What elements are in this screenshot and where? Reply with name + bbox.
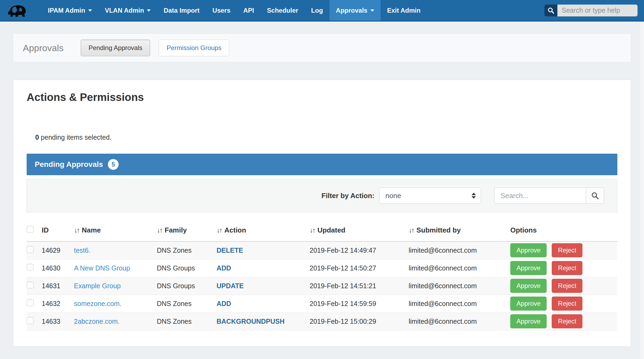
- row-updated: 2019-Feb-12 14:49:47: [310, 241, 409, 259]
- row-family: DNS Zones: [157, 312, 217, 330]
- row-id: 14631: [42, 277, 74, 295]
- nav-item-vlan-admin[interactable]: VLAN Admin: [98, 0, 157, 21]
- row-family: DNS Zones: [157, 241, 217, 259]
- reject-button[interactable]: Reject: [552, 314, 582, 328]
- row-family: DNS Groups: [157, 259, 217, 277]
- approvals-header-band: Approvals Pending Approvals Permission G…: [13, 33, 631, 62]
- pending-approvals-table: ID ↓↑Name ↓↑Family ↓↑Action ↓↑Updated ↓↑…: [27, 212, 617, 330]
- row-action: DELETE: [217, 247, 243, 254]
- row-id: 14632: [42, 295, 74, 312]
- row-checkbox[interactable]: [27, 299, 34, 306]
- reject-button[interactable]: Reject: [552, 279, 582, 293]
- pending-approvals-header: Pending Approvals 5: [27, 154, 617, 175]
- row-name-link[interactable]: Example Group: [74, 282, 121, 290]
- global-search-input[interactable]: [557, 5, 638, 16]
- row-submitted-by: limited@6connect.com: [409, 312, 510, 330]
- table-row: 14629 test6. DNS Zones DELETE 2019-Feb-1…: [27, 241, 617, 259]
- nav-item-scheduler[interactable]: Scheduler: [261, 0, 305, 21]
- row-submitted-by: limited@6connect.com: [409, 241, 510, 259]
- column-header-id: ID: [42, 212, 74, 241]
- approve-button[interactable]: Approve: [510, 279, 547, 293]
- column-header-family[interactable]: ↓↑Family: [157, 212, 217, 241]
- page-scrollbar[interactable]: [640, 22, 644, 359]
- row-family: DNS Groups: [157, 277, 217, 295]
- tab-pending-approvals[interactable]: Pending Approvals: [81, 40, 150, 56]
- row-id: 14630: [42, 259, 74, 277]
- selected-count: 0: [35, 133, 39, 141]
- column-header-submitted-by[interactable]: ↓↑Submitted by: [409, 212, 510, 241]
- nav-menu: IPAM Admin VLAN Admin Data Import Users …: [41, 0, 427, 21]
- tab-permission-groups[interactable]: Permission Groups: [159, 40, 229, 56]
- sort-icon: ↓↑: [157, 226, 162, 234]
- pending-approvals-title: Pending Approvals: [35, 160, 103, 169]
- global-search: [544, 5, 638, 16]
- nav-item-log[interactable]: Log: [305, 0, 330, 21]
- column-header-name[interactable]: ↓↑Name: [74, 212, 157, 241]
- row-action: UPDATE: [217, 282, 244, 290]
- row-checkbox[interactable]: [27, 264, 34, 271]
- row-name-link[interactable]: A New DNS Group: [74, 264, 130, 272]
- global-search-button[interactable]: [544, 5, 557, 16]
- row-updated: 2019-Feb-12 14:51:21: [310, 277, 409, 295]
- panel-title: Actions & Permissions: [27, 91, 617, 103]
- filter-action-select[interactable]: none: [379, 188, 481, 204]
- row-submitted-by: limited@6connect.com: [409, 277, 510, 295]
- column-header-action[interactable]: ↓↑Action: [217, 212, 310, 241]
- actions-permissions-panel: Actions & Permissions 0 pending items se…: [13, 80, 631, 347]
- row-checkbox[interactable]: [27, 246, 34, 253]
- filter-by-action-label: Filter by Action:: [321, 192, 374, 200]
- approve-button[interactable]: Approve: [510, 261, 547, 275]
- nav-item-api[interactable]: API: [237, 0, 261, 21]
- table-row: 14631 Example Group DNS Groups UPDATE 20…: [27, 277, 617, 295]
- row-action: ADD: [217, 264, 231, 272]
- select-spinner-icon: [472, 188, 476, 203]
- caret-down-icon: [147, 9, 151, 12]
- approvals-table-body: 14629 test6. DNS Zones DELETE 2019-Feb-1…: [27, 241, 617, 330]
- row-name-link[interactable]: test6.: [74, 247, 90, 254]
- table-search-input[interactable]: [494, 188, 586, 204]
- sort-icon: ↓↑: [310, 226, 315, 234]
- row-submitted-by: limited@6connect.com: [409, 259, 510, 277]
- row-updated: 2019-Feb-12 14:59:59: [310, 295, 409, 312]
- search-icon: [547, 7, 554, 14]
- row-id: 14633: [42, 312, 74, 330]
- table-row: 14630 A New DNS Group DNS Groups ADD 201…: [27, 259, 617, 277]
- nav-item-data-import[interactable]: Data Import: [157, 0, 206, 21]
- row-updated: 2019-Feb-12 15:00:29: [310, 312, 409, 330]
- sort-icon: ↓↑: [74, 226, 79, 234]
- top-navbar: IPAM Admin VLAN Admin Data Import Users …: [0, 0, 644, 22]
- nav-item-exit-admin[interactable]: Exit Admin: [381, 0, 427, 21]
- logo-rhino-icon[interactable]: [8, 3, 29, 18]
- row-submitted-by: limited@6connect.com: [409, 295, 510, 312]
- nav-item-users[interactable]: Users: [206, 0, 237, 21]
- row-id: 14629: [42, 241, 74, 259]
- search-icon: [591, 192, 599, 200]
- column-header-options: Options: [510, 212, 617, 241]
- row-family: DNS Zones: [157, 295, 217, 312]
- filter-toolbar: Filter by Action: none: [27, 179, 617, 212]
- sort-icon: ↓↑: [217, 226, 222, 234]
- row-checkbox[interactable]: [27, 317, 34, 324]
- approve-button[interactable]: Approve: [510, 243, 547, 257]
- row-action: ADD: [217, 300, 231, 307]
- row-name-link[interactable]: 2abczone.com.: [74, 318, 120, 325]
- sort-icon: ↓↑: [409, 226, 414, 234]
- column-header-updated[interactable]: ↓↑Updated: [310, 212, 409, 241]
- select-all-checkbox[interactable]: [27, 226, 34, 233]
- row-checkbox[interactable]: [27, 281, 34, 288]
- approve-button[interactable]: Approve: [510, 297, 547, 311]
- select-all-checkbox-cell: [27, 212, 42, 241]
- pending-count-badge: 5: [108, 159, 119, 170]
- page-title: Approvals: [23, 43, 63, 53]
- nav-item-ipam-admin[interactable]: IPAM Admin: [41, 0, 98, 21]
- approve-button[interactable]: Approve: [510, 314, 547, 328]
- table-row: 14632 somezone.com. DNS Zones ADD 2019-F…: [27, 295, 617, 312]
- row-updated: 2019-Feb-12 14:50:27: [310, 259, 409, 277]
- reject-button[interactable]: Reject: [552, 261, 582, 275]
- table-search-button[interactable]: [586, 188, 604, 204]
- reject-button[interactable]: Reject: [552, 297, 582, 311]
- reject-button[interactable]: Reject: [552, 243, 582, 257]
- nav-item-approvals[interactable]: Approvals: [330, 0, 381, 21]
- caret-down-icon: [370, 9, 374, 12]
- row-name-link[interactable]: somezone.com.: [74, 300, 121, 307]
